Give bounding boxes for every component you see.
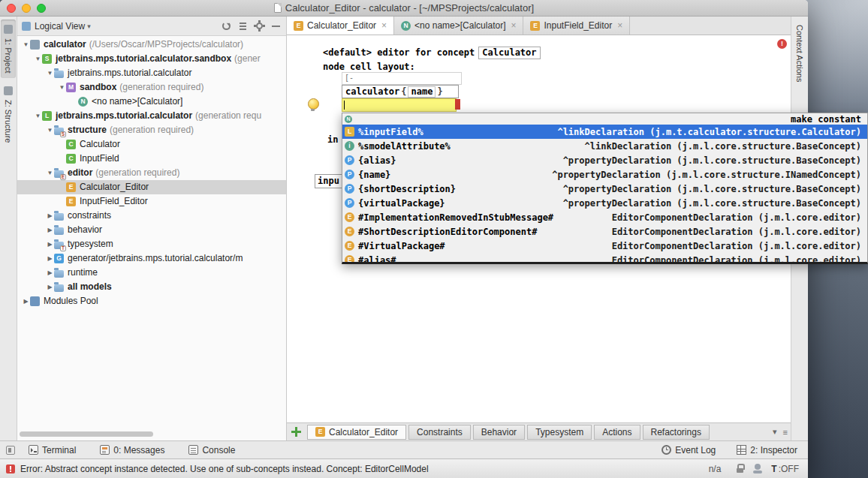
toolwindow-switcher-icon[interactable]: [6, 446, 15, 455]
tree-item-all-models[interactable]: ▶all models: [17, 280, 286, 294]
completion-item-label: #ShortDescriptionEditorComponent#: [358, 227, 537, 237]
add-aspect-icon[interactable]: [291, 427, 301, 437]
tool-button-label: Terminal: [42, 445, 76, 455]
tree-item-behavior[interactable]: ▶behavior: [17, 223, 286, 237]
close-tab-icon[interactable]: ×: [511, 21, 516, 30]
tree-item-label: all models: [68, 280, 112, 294]
trace-toggle[interactable]: T:OFF: [771, 464, 799, 474]
tree-item-calculator[interactable]: CCalculator: [17, 137, 286, 152]
aspect-tab-typesystem[interactable]: Typesystem: [527, 425, 592, 440]
aspect-tab-refactorings[interactable]: Refactorings: [643, 425, 710, 440]
tool-button-event-log[interactable]: Event Log: [662, 445, 716, 455]
error-count-badge[interactable]: !: [777, 39, 787, 49]
tree-item-runtime[interactable]: ▶runtime: [17, 266, 286, 280]
expanded-arrow-icon[interactable]: ▼: [46, 166, 54, 180]
cell-collection[interactable]: [-: [342, 72, 462, 85]
tree-item-calculator-editor[interactable]: ECalculator_Editor: [17, 180, 286, 194]
aspect-tab-behavior[interactable]: Behavior: [473, 425, 525, 440]
active-edit-cell[interactable]: [342, 98, 457, 112]
expanded-arrow-icon[interactable]: ▼: [58, 80, 66, 95]
popup-action-label[interactable]: make constant: [791, 114, 861, 125]
collapsed-arrow-icon[interactable]: ▶: [46, 209, 54, 223]
tool-button-label: 2: Inspector: [750, 445, 797, 455]
tool-tab-label: Context Actions: [795, 25, 804, 82]
horizontal-scrollbar-thumb[interactable]: [20, 431, 153, 437]
titlebar[interactable]: Calculator_Editor - calculator - [~/MPSP…: [0, 0, 808, 17]
intention-bulb-icon[interactable]: [308, 98, 318, 111]
completion-item-alias[interactable]: E#alias#EditorComponentDeclaration (j.m.…: [342, 253, 867, 264]
expanded-arrow-icon[interactable]: ▼: [34, 109, 42, 123]
hide-panel-icon[interactable]: [270, 20, 282, 32]
collapsed-arrow-icon[interactable]: ▶: [46, 237, 54, 251]
tree-item-generator-jetbrains-mps-tutorial-calculator-m[interactable]: ▶Ggenerator/jetbrains.mps.tutorial.calcu…: [17, 251, 286, 266]
tool-button-console[interactable]: Console: [188, 445, 235, 455]
name-cell[interactable]: name: [408, 86, 436, 98]
completion-item-detail: EditorComponentDeclaration (j.m.l.core.e…: [612, 227, 861, 237]
concept-reference-cell[interactable]: Calculator: [478, 47, 540, 59]
tool-button-terminal[interactable]: Terminal: [29, 445, 76, 455]
tree-item-structure[interactable]: ▼Sstructure (generation required): [17, 123, 286, 137]
chevron-down-icon[interactable]: ▾: [773, 427, 777, 437]
tree-item-calculator[interactable]: ▼calculator (/Users/Oscar/MPSProjects/ca…: [17, 38, 286, 52]
cell-row[interactable]: calculator { name }: [342, 85, 459, 98]
tool-tab-z-structure[interactable]: Z: Structure: [1, 81, 16, 148]
tree-item-jetbrains-mps-tutorial-calculator-sandbox[interactable]: ▼Sjetbrains.mps.tutorial.calculator.sand…: [17, 52, 286, 66]
tree-item-modules-pool[interactable]: ▶Modules Pool: [17, 294, 286, 308]
collapsed-arrow-icon[interactable]: ▶: [46, 251, 54, 266]
completion-item-alias[interactable]: P{alias}^propertyDeclaration (j.m.l.core…: [342, 153, 867, 167]
expanded-arrow-icon[interactable]: ▼: [46, 66, 54, 80]
tool-button-0-messages[interactable]: 0: Messages: [100, 445, 164, 455]
completion-item-inputfield[interactable]: L%inputField%^linkDeclaration (j.m.t.cal…: [342, 125, 867, 139]
expanded-arrow-icon[interactable]: ▼: [34, 52, 42, 66]
brace-open: {: [401, 86, 406, 97]
collapse-all-icon[interactable]: [237, 20, 249, 32]
tree-item-editor[interactable]: ▼Eeditor (generation required): [17, 166, 286, 180]
close-tab-icon[interactable]: ×: [617, 21, 622, 30]
tree-item-sandbox[interactable]: ▼Msandbox (generation required): [17, 80, 286, 95]
tool-tab-1-project[interactable]: 1: Project: [1, 20, 16, 78]
aspect-tab-actions[interactable]: Actions: [594, 425, 640, 440]
tree-item-constraints[interactable]: ▶constraints: [17, 209, 286, 223]
tool-tab-context-actions[interactable]: Context Actions: [792, 20, 807, 87]
editor-tab-calculator-editor[interactable]: ECalculator_Editor×: [287, 17, 394, 35]
completion-item-shortdescription[interactable]: P{shortDescription}^propertyDeclaration …: [342, 182, 867, 196]
editor-tab-inputfield-editor[interactable]: EInputField_Editor×: [523, 17, 630, 35]
editor-component-icon: E: [345, 255, 354, 264]
constant-cell[interactable]: calculator: [345, 86, 399, 97]
tree-item-no-name-calculator[interactable]: N<no name>[Calculator]: [17, 95, 286, 109]
tree-item-jetbrains-mps-tutorial-calculator[interactable]: ▼jetbrains.mps.tutorial.calculator: [17, 66, 286, 80]
collapsed-arrow-icon[interactable]: ▶: [46, 266, 54, 280]
completion-item-name[interactable]: P{name}^propertyDeclaration (j.m.l.core.…: [342, 167, 867, 182]
tree-item-label: Calculator: [80, 137, 120, 152]
aspect-tab-constraints[interactable]: Constraints: [408, 425, 471, 440]
solution-icon: S: [42, 54, 52, 64]
completion-item-virtualpackage[interactable]: P{virtualPackage}^propertyDeclaration (j…: [342, 196, 867, 210]
status-right-widgets: n/a T:OFF: [709, 464, 799, 474]
close-tab-icon[interactable]: ×: [381, 21, 387, 30]
tree-item-inputfield-editor[interactable]: EInputField_Editor: [17, 194, 286, 209]
inspections-profile-icon[interactable]: [753, 464, 762, 473]
aspect-tab-calculator-editor[interactable]: ECalculator_Editor: [307, 425, 406, 440]
completion-item-smodelattribute[interactable]: i%smodelAttribute%^linkDeclaration (j.m.…: [342, 139, 867, 153]
view-list-icon[interactable]: ≡: [783, 428, 788, 437]
window-title-area: Calculator_Editor - calculator - [~/MPSP…: [0, 0, 808, 17]
tool-button-2-inspector[interactable]: 2: Inspector: [737, 445, 797, 455]
lock-icon[interactable]: [736, 464, 744, 473]
tree-item-inputfield[interactable]: CInputField: [17, 152, 286, 166]
view-selector[interactable]: Logical View: [35, 21, 85, 32]
completion-item-implementationremovedinstubmessage[interactable]: E#ImplementationRemovedInStubMessage#Edi…: [342, 210, 867, 224]
tree-item-jetbrains-mps-tutorial-calculator[interactable]: ▼Ljetbrains.mps.tutorial.calculator (gen…: [17, 109, 286, 123]
chevron-down-icon[interactable]: ▾: [87, 23, 91, 30]
collapsed-arrow-icon[interactable]: ▶: [46, 223, 54, 237]
collapsed-arrow-icon[interactable]: ▶: [22, 294, 30, 308]
settings-gear-icon[interactable]: [254, 20, 265, 32]
expanded-arrow-icon[interactable]: ▼: [22, 38, 30, 52]
tree-item-typesystem[interactable]: ▶Ttypesystem: [17, 237, 286, 251]
completion-item-virtualpackage[interactable]: E#VirtualPackage#EditorComponentDeclarat…: [342, 239, 867, 253]
sync-icon[interactable]: [221, 20, 232, 32]
editor-tab-no-name-calculator[interactable]: N<no name>[Calculator]×: [394, 17, 523, 35]
expanded-arrow-icon[interactable]: ▼: [46, 123, 54, 137]
terminal-icon: [29, 445, 38, 455]
collapsed-arrow-icon[interactable]: ▶: [46, 280, 54, 294]
completion-item-shortdescriptioneditorcomponent[interactable]: E#ShortDescriptionEditorComponent#Editor…: [342, 224, 867, 239]
